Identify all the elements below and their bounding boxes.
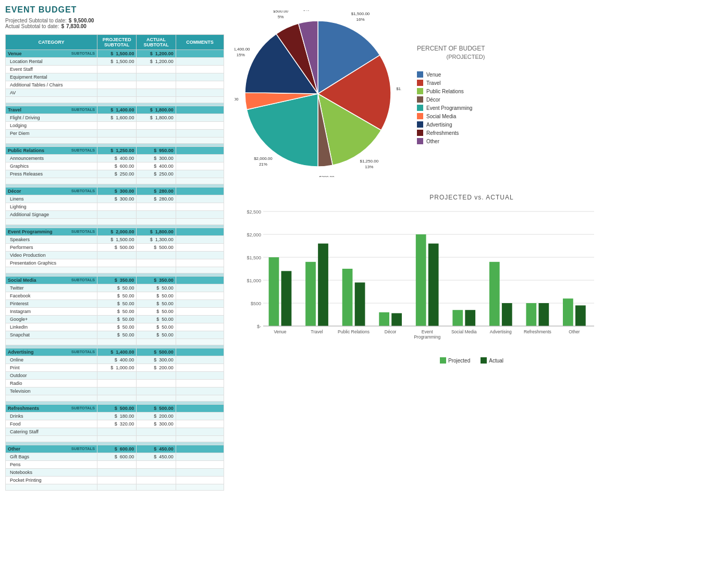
legend-label: Social Media xyxy=(426,114,456,119)
bar-chart: $-$500$1,000$1,500$2,000$2,500VenueTrave… xyxy=(235,206,599,352)
projected-amount: 9,500.00 xyxy=(73,18,94,23)
category-header: Décor SUBTOTALS $ 300.00 $ 280.00 xyxy=(6,187,224,195)
empty-row xyxy=(6,267,224,273)
legend-item: Public Relations xyxy=(417,88,485,94)
svg-text:Refreshments: Refreshments xyxy=(524,329,551,334)
table-row: Google+ $ 50.00 $ 50.00 xyxy=(6,316,224,323)
empty-row xyxy=(6,137,224,144)
legend-color xyxy=(417,121,423,128)
svg-text:16%: 16% xyxy=(356,17,365,22)
table-row: Announcements $ 400.00 $ 300.00 xyxy=(6,155,224,162)
svg-text:$300.00: $300.00 xyxy=(319,175,335,177)
legend-label: Travel xyxy=(426,80,440,86)
svg-rect-47 xyxy=(465,310,475,326)
table-row: Instagram $ 50.00 $ 50.00 xyxy=(6,308,224,316)
table-row: Notebooks xyxy=(6,469,224,477)
table-row: Presentation Graphics xyxy=(6,259,224,267)
svg-text:$1,000: $1,000 xyxy=(247,278,261,283)
bar-legend-actual: Actual xyxy=(481,357,503,364)
table-row: Lodging xyxy=(6,122,224,130)
table-row: LinkedIn $ 50.00 $ 50.00 xyxy=(6,323,224,331)
table-row: Television xyxy=(6,387,224,395)
svg-rect-34 xyxy=(318,244,328,326)
table-row: Snapchat $ 50.00 $ 50.00 xyxy=(6,331,224,339)
svg-text:Public Relations: Public Relations xyxy=(338,329,370,334)
table-row: Linens $ 300.00 $ 280.00 xyxy=(6,195,224,203)
svg-text:15%: 15% xyxy=(237,53,245,57)
summary: Projected Subtotal to date: $ 9,500.00 A… xyxy=(5,18,224,29)
table-row: Press Releases $ 250.00 $ 250.00 xyxy=(6,170,224,178)
svg-text:$2,500: $2,500 xyxy=(247,209,261,215)
svg-text:$1,500: $1,500 xyxy=(247,255,261,260)
legend-color xyxy=(417,71,423,78)
table-row: Print $ 1,000.00 $ 200.00 xyxy=(6,364,224,372)
svg-text:Social Media: Social Media xyxy=(451,329,477,334)
category-header: Venue SUBTOTALS $ 1,500.00 $ 1,200.00 xyxy=(6,50,224,58)
svg-text:$1,600.00: $1,600.00 xyxy=(396,86,401,91)
legend-color xyxy=(417,113,423,119)
svg-rect-33 xyxy=(305,262,316,326)
svg-text:6%: 6% xyxy=(303,10,310,12)
table-row: Facebook $ 50.00 $ 50.00 xyxy=(6,292,224,300)
budget-table: CATEGORY PROJECTEDSUBTOTAL ACTUALSUBTOTA… xyxy=(5,34,224,491)
legend-item: Décor xyxy=(417,96,485,103)
svg-rect-49 xyxy=(489,262,500,326)
empty-row xyxy=(6,178,224,184)
svg-rect-30 xyxy=(269,257,279,326)
legend-label: Refreshments xyxy=(426,130,459,136)
actual-legend-color xyxy=(481,357,487,364)
category-header: Other SUBTOTALS $ 600.00 $ 450.00 xyxy=(6,445,224,453)
table-row: Pinterest $ 50.00 $ 50.00 xyxy=(6,300,224,308)
table-row: Pocket Printing xyxy=(6,477,224,484)
svg-rect-40 xyxy=(391,313,402,326)
table-row: Flight / Driving $ 1,600.00 $ 1,800.00 xyxy=(6,114,224,122)
svg-rect-31 xyxy=(281,271,292,326)
svg-rect-42 xyxy=(416,234,426,326)
svg-text:Event: Event xyxy=(422,329,433,334)
actual-label: Actual Subtotal to date: xyxy=(5,23,59,29)
legend-item: Advertising xyxy=(417,121,485,128)
empty-row xyxy=(6,339,224,345)
table-row: Additional Signage xyxy=(6,211,224,219)
col-actual: ACTUALSUBTOTAL xyxy=(137,35,176,50)
legend-item: Venue xyxy=(417,71,485,78)
svg-rect-50 xyxy=(502,303,512,326)
svg-rect-53 xyxy=(538,303,549,326)
table-row: Video Production xyxy=(6,252,224,259)
pie-chart: $1,500.0016%$1,600.0017%$1,250.0013%$300… xyxy=(235,10,401,177)
table-row: Drinks $ 180.00 $ 200.00 xyxy=(6,412,224,420)
legend-color xyxy=(417,80,423,86)
bar-legend-projected: Projected xyxy=(440,357,470,364)
svg-rect-46 xyxy=(452,310,463,326)
empty-row xyxy=(6,436,224,442)
empty-row xyxy=(6,484,224,491)
legend-item: Other xyxy=(417,138,485,144)
table-row: Performers $ 500.00 $ 500.00 xyxy=(6,244,224,252)
svg-rect-55 xyxy=(563,298,573,326)
svg-text:21%: 21% xyxy=(259,162,267,167)
svg-text:5%: 5% xyxy=(278,15,284,19)
projected-legend-color xyxy=(440,357,446,364)
svg-text:$500: $500 xyxy=(251,301,261,306)
col-category: CATEGORY xyxy=(6,35,97,50)
legend-color xyxy=(417,130,423,136)
svg-rect-39 xyxy=(379,312,389,326)
category-header: Event Programming SUBTOTALS $ 2,000.00 $… xyxy=(6,228,224,236)
left-panel: EVENT BUDGET Projected Subtotal to date:… xyxy=(5,5,224,491)
svg-text:13%: 13% xyxy=(365,165,373,169)
legend-label: Other xyxy=(426,139,439,144)
category-header: Advertising SUBTOTALS $ 1,400.00 $ 500.0… xyxy=(6,348,224,356)
legend-label: Advertising xyxy=(426,122,452,128)
table-row: Speakers $ 1,500.00 $ 1,300.00 xyxy=(6,236,224,244)
legend-item: Travel xyxy=(417,80,485,86)
empty-row xyxy=(6,219,224,225)
svg-text:$2,000: $2,000 xyxy=(247,232,261,237)
bar-legend: Projected Actual xyxy=(235,357,709,364)
table-row: Catering Staff xyxy=(6,428,224,436)
svg-text:Other: Other xyxy=(569,329,580,334)
svg-text:$2,000.00: $2,000.00 xyxy=(254,156,273,161)
svg-text:Décor: Décor xyxy=(385,329,397,334)
legend-color xyxy=(417,105,423,111)
page-title: EVENT BUDGET xyxy=(5,5,224,15)
col-projected: PROJECTEDSUBTOTAL xyxy=(97,35,136,50)
